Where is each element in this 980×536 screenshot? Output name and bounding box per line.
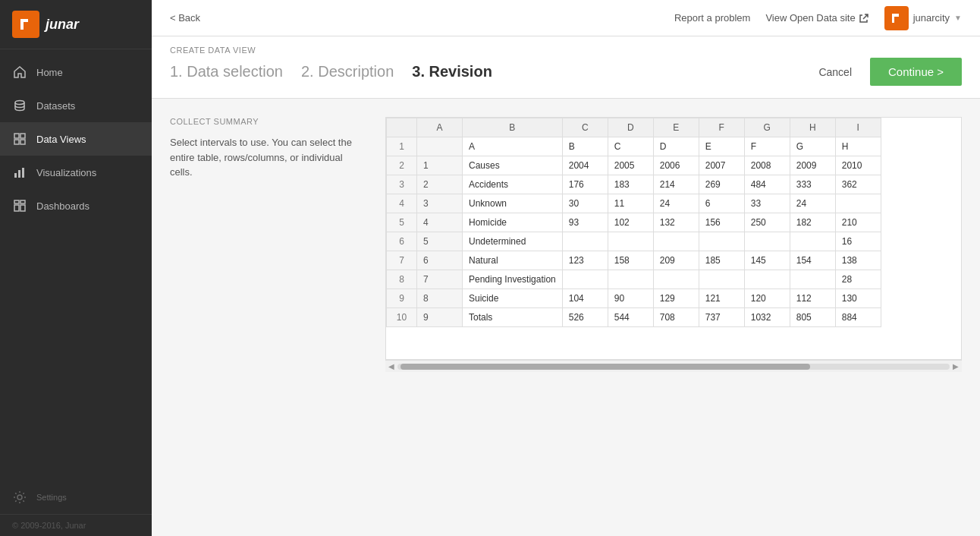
cell-4-num[interactable]: 5 xyxy=(387,213,417,232)
cell-9-c[interactable]: 526 xyxy=(562,308,608,327)
cell-0-d[interactable]: C xyxy=(608,137,653,156)
cell-6-c[interactable]: 123 xyxy=(562,251,608,270)
cell-7-g[interactable] xyxy=(744,270,790,289)
cell-5-num[interactable]: 6 xyxy=(387,232,417,251)
cell-6-b[interactable]: Natural xyxy=(463,251,563,270)
cell-5-h[interactable] xyxy=(790,232,835,251)
cell-6-g[interactable]: 145 xyxy=(744,251,790,270)
cell-7-num[interactable]: 8 xyxy=(387,270,417,289)
cell-9-i[interactable]: 884 xyxy=(835,308,881,327)
cell-9-f[interactable]: 737 xyxy=(699,308,744,327)
sidebar-item-home[interactable]: Home xyxy=(0,55,152,89)
cell-3-b[interactable]: Unknown xyxy=(463,194,563,213)
sidebar-item-dashboards[interactable]: Dashboards xyxy=(0,189,152,222)
cell-1-d[interactable]: 2005 xyxy=(608,156,653,175)
sidebar-item-datasets[interactable]: Datasets xyxy=(0,89,152,122)
cell-9-g[interactable]: 1032 xyxy=(744,308,790,327)
cell-6-num[interactable]: 7 xyxy=(387,251,417,270)
cell-8-f[interactable]: 121 xyxy=(699,289,744,308)
cell-7-a[interactable]: 7 xyxy=(417,270,463,289)
cell-9-num[interactable]: 10 xyxy=(387,308,417,327)
cell-9-d[interactable]: 544 xyxy=(608,308,653,327)
cell-5-a[interactable]: 5 xyxy=(417,232,463,251)
cell-9-b[interactable]: Totals xyxy=(463,308,563,327)
cell-1-c[interactable]: 2004 xyxy=(562,156,608,175)
cell-4-f[interactable]: 156 xyxy=(699,213,744,232)
sidebar-item-visualizations[interactable]: Visualizations xyxy=(0,156,152,189)
cell-5-f[interactable] xyxy=(699,232,744,251)
cell-9-h[interactable]: 805 xyxy=(790,308,835,327)
cell-7-h[interactable] xyxy=(790,270,835,289)
open-data-link[interactable]: View Open Data site xyxy=(765,12,868,24)
cell-3-e[interactable]: 24 xyxy=(653,194,699,213)
cell-1-f[interactable]: 2007 xyxy=(699,156,744,175)
cell-0-b[interactable]: A xyxy=(463,137,563,156)
cell-5-b[interactable]: Undetermined xyxy=(463,232,563,251)
back-button[interactable]: < Back xyxy=(170,12,200,24)
cell-9-a[interactable]: 9 xyxy=(417,308,463,327)
cell-2-a[interactable]: 2 xyxy=(417,175,463,194)
cell-2-b[interactable]: Accidents xyxy=(463,175,563,194)
cell-2-c[interactable]: 176 xyxy=(562,175,608,194)
cell-1-i[interactable]: 2010 xyxy=(835,156,881,175)
cell-4-a[interactable]: 4 xyxy=(417,213,463,232)
cell-8-b[interactable]: Suicide xyxy=(463,289,563,308)
cell-0-a[interactable] xyxy=(417,137,463,156)
cell-4-g[interactable]: 250 xyxy=(744,213,790,232)
scroll-left-arrow[interactable]: ◀ xyxy=(388,362,394,370)
cell-4-c[interactable]: 93 xyxy=(562,213,608,232)
continue-button[interactable]: Continue > xyxy=(870,58,962,86)
cell-2-e[interactable]: 214 xyxy=(653,175,699,194)
cell-6-h[interactable]: 154 xyxy=(790,251,835,270)
cell-2-i[interactable]: 362 xyxy=(835,175,881,194)
table-wrapper[interactable]: A B C D E F G H I 1ABCDEFGH21Causes20042… xyxy=(385,117,962,360)
cell-8-a[interactable]: 8 xyxy=(417,289,463,308)
cell-6-f[interactable]: 185 xyxy=(699,251,744,270)
cell-7-i[interactable]: 28 xyxy=(835,270,881,289)
cell-0-f[interactable]: E xyxy=(699,137,744,156)
cell-2-h[interactable]: 333 xyxy=(790,175,835,194)
cell-0-g[interactable]: F xyxy=(744,137,790,156)
cell-6-a[interactable]: 6 xyxy=(417,251,463,270)
cell-1-a[interactable]: 1 xyxy=(417,156,463,175)
cell-5-d[interactable] xyxy=(608,232,653,251)
cell-6-e[interactable]: 209 xyxy=(653,251,699,270)
cell-3-c[interactable]: 30 xyxy=(562,194,608,213)
cell-0-e[interactable]: D xyxy=(653,137,699,156)
cell-8-e[interactable]: 129 xyxy=(653,289,699,308)
cancel-button[interactable]: Cancel xyxy=(809,60,861,84)
cell-0-num[interactable]: 1 xyxy=(387,137,417,156)
cell-9-e[interactable]: 708 xyxy=(653,308,699,327)
cell-1-e[interactable]: 2006 xyxy=(653,156,699,175)
cell-0-h[interactable]: G xyxy=(790,137,835,156)
cell-5-i[interactable]: 16 xyxy=(835,232,881,251)
cell-4-e[interactable]: 132 xyxy=(653,213,699,232)
cell-7-f[interactable] xyxy=(699,270,744,289)
user-menu[interactable]: junarcity ▼ xyxy=(884,6,962,30)
cell-3-d[interactable]: 11 xyxy=(608,194,653,213)
cell-0-c[interactable]: B xyxy=(562,137,608,156)
cell-8-h[interactable]: 112 xyxy=(790,289,835,308)
scroll-thumb[interactable] xyxy=(400,364,810,370)
scroll-track[interactable] xyxy=(397,364,950,370)
sidebar-footer[interactable]: Settings xyxy=(0,481,152,514)
scroll-right-arrow[interactable]: ▶ xyxy=(953,362,959,370)
cell-7-d[interactable] xyxy=(608,270,653,289)
cell-8-d[interactable]: 90 xyxy=(608,289,653,308)
cell-3-h[interactable]: 24 xyxy=(790,194,835,213)
cell-4-d[interactable]: 102 xyxy=(608,213,653,232)
cell-5-g[interactable] xyxy=(744,232,790,251)
cell-2-num[interactable]: 3 xyxy=(387,175,417,194)
cell-1-b[interactable]: Causes xyxy=(463,156,563,175)
cell-3-g[interactable]: 33 xyxy=(744,194,790,213)
cell-7-b[interactable]: Pending Investigation xyxy=(463,270,563,289)
cell-5-c[interactable] xyxy=(562,232,608,251)
cell-3-a[interactable]: 3 xyxy=(417,194,463,213)
cell-7-e[interactable] xyxy=(653,270,699,289)
cell-4-h[interactable]: 182 xyxy=(790,213,835,232)
cell-1-g[interactable]: 2008 xyxy=(744,156,790,175)
cell-1-h[interactable]: 2009 xyxy=(790,156,835,175)
cell-7-c[interactable] xyxy=(562,270,608,289)
cell-0-i[interactable]: H xyxy=(835,137,881,156)
cell-3-f[interactable]: 6 xyxy=(699,194,744,213)
